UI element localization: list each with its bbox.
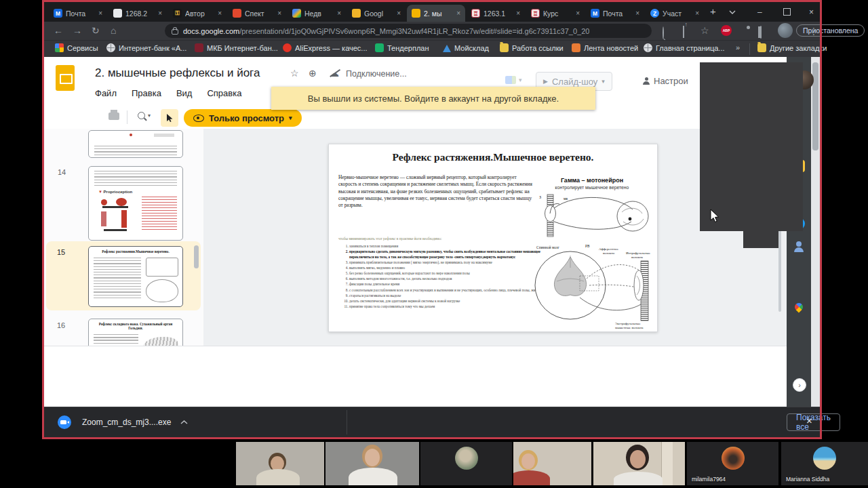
move-to-folder-icon[interactable]: ⊕	[309, 68, 317, 79]
forward-button[interactable]: →	[73, 24, 82, 37]
tab-close-icon[interactable]: ×	[158, 9, 162, 17]
side-panel-icon[interactable]	[760, 26, 762, 39]
tab-close-icon[interactable]: ×	[635, 9, 639, 17]
zoom-floating-window-handle[interactable]	[743, 231, 778, 248]
tab-close-icon[interactable]: ×	[98, 9, 102, 17]
url-text[interactable]: docs.google.com/presentation/d/1joQ0wGjP…	[183, 27, 589, 35]
tab-close-icon[interactable]: ×	[277, 9, 281, 17]
bookmark-internet-bank[interactable]: Интернет-банк «А...	[106, 43, 186, 52]
tab-mail[interactable]: MПочта×	[49, 5, 107, 22]
bookmark-news-feed[interactable]: Лента новостей	[572, 43, 638, 52]
contacts-icon[interactable]	[793, 241, 805, 253]
new-tab-button[interactable]: +	[710, 5, 716, 17]
tab-course[interactable]: ♖Курс×	[526, 5, 585, 22]
tab-google[interactable]: Googl×	[347, 5, 406, 22]
bookmark-work-links[interactable]: Работа ссылки	[500, 43, 564, 52]
select-tool[interactable]	[161, 109, 178, 127]
tab-close-icon[interactable]: ×	[576, 9, 580, 17]
participant-video[interactable]	[513, 442, 591, 485]
address-bar[interactable]: docs.google.com/presentation/d/1joQ0wGjP…	[165, 24, 652, 38]
slide-list-intro: чтобы минимизировать этот рефлекс в прак…	[338, 237, 535, 241]
thumbnail-slide-14[interactable]: ▼ Proprioception	[88, 166, 183, 241]
other-bookmarks-button[interactable]: Другие закладки	[757, 43, 827, 52]
tab-close-icon[interactable]: ×	[397, 9, 401, 17]
adblock-icon[interactable]: ABP	[721, 25, 732, 36]
menu-file[interactable]: Файл	[95, 88, 117, 98]
bookmark-home-page[interactable]: Главная страница...	[644, 43, 725, 52]
bookmark-aliexpress[interactable]: AliExpress — качес...	[283, 43, 368, 52]
maximize-button[interactable]	[783, 8, 791, 16]
minimize-button[interactable]: –	[757, 8, 762, 16]
print-icon[interactable]	[108, 113, 119, 120]
bookmark-moysklad[interactable]: Мойсклад	[443, 43, 489, 52]
participant-avatar-tile[interactable]: milamila7964	[687, 442, 778, 485]
diagram-label: волокно	[603, 251, 615, 255]
zoom-file-icon	[58, 415, 71, 429]
document-title[interactable]: 2. мышечные рефлексы и йога	[95, 66, 260, 80]
chevron-down-icon: ▾	[519, 77, 522, 83]
tab-nedv[interactable]: Недв×	[288, 5, 346, 22]
diagram-label: Афферентное	[599, 247, 619, 251]
diagram-label: Интрафузальные	[626, 251, 651, 255]
window-close-button[interactable]: ×	[809, 8, 814, 16]
thumbnail-slide-15-selected[interactable]: Рефлекс растяжения.Мышечное веретено.	[88, 246, 183, 307]
bookmark-services[interactable]: Сервисы	[55, 43, 98, 52]
browser-menu-kebab-icon[interactable]: ⋮	[809, 25, 818, 37]
mailru-icon: M	[54, 9, 62, 18]
bookmark-star-icon[interactable]: ☆	[701, 24, 709, 37]
eye-icon	[193, 115, 204, 122]
tab-close-icon[interactable]: ×	[456, 9, 460, 17]
menu-view[interactable]: Вид	[176, 88, 193, 98]
tab-1263[interactable]: ♖1263.1×	[467, 5, 525, 22]
profile-chip[interactable]: Приостановлена	[778, 23, 865, 38]
tab-spectr[interactable]: Спект×	[228, 5, 286, 22]
bookmark-mkb[interactable]: МКБ Интернет-бан...	[195, 43, 278, 52]
back-button[interactable]: ←	[54, 24, 63, 37]
person-gear-icon	[643, 77, 650, 84]
participant-avatar-tile[interactable]	[420, 442, 512, 485]
view-only-button[interactable]: Только просмотр ▾	[184, 109, 302, 127]
tab-search-chevron-icon[interactable]	[729, 10, 736, 14]
tab-slides-active[interactable]: 2. мы×	[407, 5, 465, 22]
zoom-tool[interactable]: ▾	[138, 112, 151, 119]
sync-paused-badge: Приостановлена	[796, 24, 865, 37]
slide-list: заниматься в теплом помещении предварите…	[338, 243, 553, 309]
star-document-icon[interactable]: ☆	[290, 68, 299, 79]
menu-edit[interactable]: Правка	[132, 88, 161, 98]
share-icon[interactable]	[683, 26, 684, 38]
download-item[interactable]: Zoom_cm_ds_mj3....exe	[50, 411, 253, 433]
tab-close-icon[interactable]: ×	[695, 9, 699, 17]
page-scrollbar-thumb[interactable]	[812, 62, 818, 150]
tab-mail2[interactable]: MПочта×	[586, 5, 644, 22]
aliexpress-icon	[283, 43, 292, 52]
home-button[interactable]: ⌂	[111, 24, 116, 37]
thumbnail-slide-13[interactable]	[88, 130, 183, 158]
download-filename: Zoom_cm_ds_mj3....exe	[82, 418, 171, 427]
expand-panel-chevron[interactable]: ›	[793, 378, 806, 392]
meet-present-control[interactable]: ▾	[505, 76, 522, 84]
download-chevron-up-icon[interactable]	[180, 420, 188, 424]
participant-video[interactable]	[593, 442, 685, 485]
participant-video[interactable]	[326, 442, 419, 485]
tab-author[interactable]: ⚿Автор×	[168, 5, 226, 22]
filmstrip-scrollbar[interactable]	[194, 245, 199, 268]
participant-silhouette	[521, 453, 535, 469]
reload-button[interactable]: ↻	[92, 24, 100, 37]
menu-help[interactable]: Справка	[207, 88, 241, 98]
tab-1268[interactable]: 1268.2×	[108, 5, 167, 22]
settings-button[interactable]: Настрои	[643, 72, 688, 89]
participant-video[interactable]	[236, 442, 324, 485]
zoom-floating-window[interactable]	[700, 62, 803, 231]
tab-close-icon[interactable]: ×	[516, 9, 520, 17]
tab-close-icon[interactable]: ×	[337, 9, 341, 17]
participant-avatar-tile[interactable]: Marianna Siddha	[781, 442, 868, 485]
diagram-label: Спинной мозг	[536, 245, 559, 249]
google-maps-pin-icon[interactable]	[793, 302, 805, 314]
tab-close-icon[interactable]: ×	[218, 9, 222, 17]
bookmark-tenderplan[interactable]: Тендерплан	[375, 43, 429, 52]
tab-zoom[interactable]: ZУчаст×	[646, 5, 704, 22]
show-all-downloads-button[interactable]: Показать все	[787, 413, 840, 431]
bookmarks-overflow-chevron[interactable]: »	[736, 43, 740, 52]
close-download-bar-icon[interactable]: ×	[806, 415, 812, 426]
zoom-page-icon[interactable]	[663, 26, 664, 39]
